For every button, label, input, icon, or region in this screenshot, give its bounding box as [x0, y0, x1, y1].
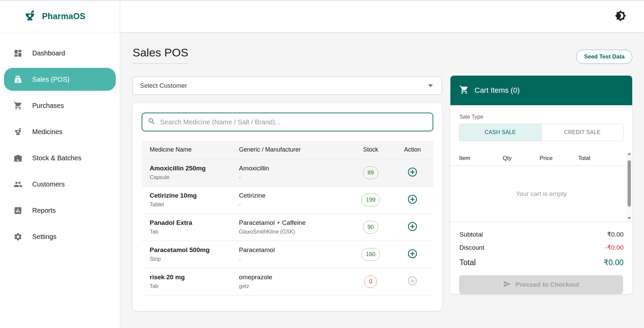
mortar-pestle-icon: [13, 127, 22, 136]
chevron-down-icon: [428, 84, 433, 87]
cart-body: Sale Type CASH SALE CREDIT SALE Item Qty…: [450, 105, 632, 294]
stock-badge: 199: [361, 194, 380, 206]
customer-select-value: Select Customer: [140, 82, 187, 89]
cash-sale-button[interactable]: CASH SALE: [459, 124, 542, 141]
manufacturer-name: -: [239, 256, 350, 262]
people-icon: [13, 180, 22, 189]
table-row: risek 20 mg Tab omeprazole getz 0: [142, 268, 433, 295]
sale-type-toggle: CASH SALE CREDIT SALE: [459, 124, 624, 141]
top-header: [120, 0, 644, 33]
credit-sale-button[interactable]: CREDIT SALE: [542, 124, 624, 141]
scroll-down-icon[interactable]: [627, 215, 632, 221]
mortar-pestle-icon: [23, 10, 36, 23]
medicine-name: Panadol Extra: [150, 219, 239, 227]
bar-chart-icon: [13, 206, 22, 215]
page-title: Sales POS: [133, 46, 188, 59]
dashboard-icon: [13, 49, 22, 58]
app-root: PharmaOS Dashboard Sales (POS) Purchases…: [0, 0, 644, 328]
add-to-cart-icon[interactable]: [407, 248, 418, 259]
generic-name: Amoxicillin: [239, 165, 350, 172]
subtotal-value: ₹0.00: [607, 231, 624, 238]
content: Sales POS Seed Test Data Select Customer: [120, 33, 644, 328]
table-row: Paracetamol 500mg Strip Paracetamol - 16…: [142, 241, 433, 268]
sidebar-item-medicines[interactable]: Medicines: [4, 120, 116, 143]
scrollbar-thumb[interactable]: [628, 160, 631, 207]
manufacturer-name: -: [239, 174, 350, 180]
column-action: Action: [392, 141, 433, 159]
discount-row: Discount -₹0.00: [459, 244, 624, 251]
medicine-form: Capsule: [150, 174, 239, 180]
column-generic: Generic / Manufacturer: [239, 141, 350, 159]
cart-scrollbar[interactable]: [627, 151, 632, 221]
proceed-to-checkout-button: Proceed to Checkout: [459, 275, 623, 294]
stock-badge: 89: [363, 166, 378, 179]
checkout-label: Proceed to Checkout: [515, 281, 579, 288]
add-to-cart-icon[interactable]: [407, 194, 418, 205]
medicine-search-input[interactable]: [160, 118, 427, 126]
generic-name: Paracetamol: [239, 246, 350, 254]
manufacturer-name: GlaxoSmithKline (GSK): [239, 229, 350, 235]
app-logo: PharmaOS: [0, 0, 120, 33]
sidebar-item-stock-batches[interactable]: Stock & Batches: [4, 147, 116, 169]
medicine-name: Cetirizine 10mg: [150, 192, 239, 199]
table-row: Cetirizine 10mg Tablet Cetirizine - 199: [142, 186, 433, 213]
sidebar-item-settings[interactable]: Settings: [4, 225, 116, 248]
main-area: Sales POS Seed Test Data Select Customer: [120, 0, 644, 328]
discount-value: -₹0.00: [605, 244, 624, 251]
sidebar-item-reports[interactable]: Reports: [4, 199, 116, 222]
dark-mode-icon[interactable]: [614, 10, 627, 22]
stock-badge: 90: [363, 221, 378, 234]
discount-label: Discount: [459, 244, 484, 251]
app-name: PharmaOS: [42, 11, 85, 21]
send-icon: [503, 280, 511, 290]
medicine-search-card: Medicine Name Generic / Manufacturer Sto…: [133, 103, 442, 311]
scroll-up-icon[interactable]: [627, 151, 632, 156]
sidebar-item-purchases[interactable]: Purchases: [4, 94, 116, 117]
sidebar-item-sales-pos[interactable]: Sales (POS): [4, 68, 116, 91]
cart-items-area: Item Qty Price Total Your cart is empty: [450, 151, 632, 222]
generic-name: Paracetamol + Caffeine: [239, 219, 350, 227]
cart-table-header: Item Qty Price Total: [450, 151, 632, 166]
sidebar-item-customers[interactable]: Customers: [4, 173, 116, 196]
page-header: Sales POS Seed Test Data: [133, 46, 632, 64]
sale-type-label: Sale Type: [459, 114, 632, 120]
cart-column-total: Total: [578, 155, 632, 162]
cart-column-qty: Qty: [503, 155, 540, 162]
add-to-cart-icon[interactable]: [407, 167, 418, 177]
browser-top-strip: [0, 0, 644, 1]
pos-left-column: Select Customer Medicine Name: [133, 77, 442, 311]
total-value: ₹0.00: [604, 258, 624, 267]
cart-title: Cart Items (0): [475, 86, 519, 95]
customer-select[interactable]: Select Customer: [133, 77, 442, 95]
cash-register-icon: [13, 75, 22, 84]
shopping-cart-icon: [13, 101, 22, 110]
medicine-form: Tab: [150, 283, 239, 289]
medicine-form: Tablet: [150, 202, 239, 208]
total-label: Total: [459, 258, 476, 267]
column-stock: Stock: [350, 141, 392, 159]
generic-name: Cetirizine: [239, 192, 350, 199]
cart-column-price: Price: [540, 155, 578, 162]
stock-badge: 160: [361, 248, 380, 261]
cart-header: Cart Items (0): [450, 76, 632, 105]
add-to-cart-icon: [407, 276, 418, 286]
stock-badge: 0: [364, 275, 377, 288]
search-icon: [148, 117, 156, 127]
manufacturer-name: getz: [239, 283, 350, 289]
subtotal-row: Subtotal ₹0.00: [459, 231, 624, 238]
manufacturer-name: -: [239, 202, 350, 208]
cart-totals: Subtotal ₹0.00 Discount -₹0.00 Total ₹0.…: [450, 222, 632, 267]
subtotal-label: Subtotal: [459, 231, 483, 238]
total-row: Total ₹0.00: [459, 258, 624, 267]
seed-test-data-button[interactable]: Seed Test Data: [576, 50, 632, 64]
medicine-form: Tab: [150, 229, 239, 235]
sidebar-item-dashboard[interactable]: Dashboard: [4, 42, 116, 65]
medicine-name: Paracetamol 500mg: [150, 246, 239, 254]
cart-column-item: Item: [459, 155, 503, 162]
medicine-name: risek 20 mg: [150, 274, 239, 281]
table-row: Panadol Extra Tab Paracetamol + Caffeine…: [142, 213, 433, 241]
warehouse-icon: [13, 154, 22, 163]
add-to-cart-icon[interactable]: [407, 221, 418, 232]
medicine-search-box: [142, 113, 433, 131]
cart-panel: Cart Items (0) Sale Type CASH SALE CREDI…: [450, 76, 632, 303]
